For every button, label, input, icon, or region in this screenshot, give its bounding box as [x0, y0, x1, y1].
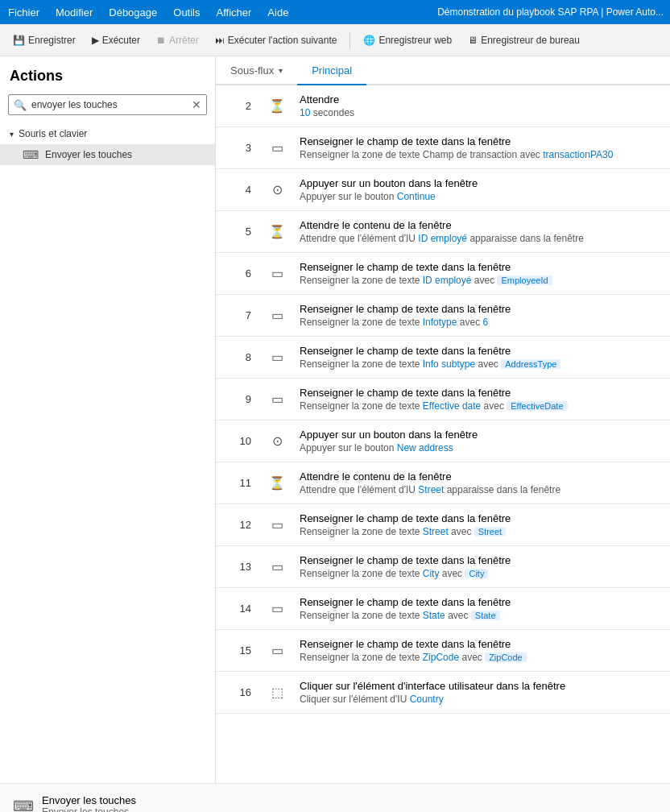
search-input[interactable] — [31, 99, 192, 110]
step-content: Renseigner le champ de texte dans la fen… — [290, 295, 670, 336]
step-title: Renseigner le champ de texte dans la fen… — [300, 303, 660, 315]
step-title: Appuyer sur un bouton dans la fenêtre — [300, 177, 660, 189]
click-icon: ⬚ — [264, 672, 290, 713]
bottom-bar: ⌨ Envoyer les touches Envoyer les touche… — [0, 783, 670, 812]
next-icon: ⏭ — [215, 35, 225, 46]
step-desc: Renseigner la zone de texte Effective da… — [300, 400, 660, 412]
step-number: 14 — [216, 588, 264, 629]
search-box[interactable]: 🔍 ✕ — [8, 94, 207, 115]
step-title: Renseigner le champ de texte dans la fen… — [300, 596, 660, 608]
step-row-11[interactable]: 11⏳Attendre le contenu de la fenêtreAtte… — [216, 462, 670, 504]
toolbar: 💾 Enregistrer ▶ Exécuter ⏹ Arrêter ⏭ Exé… — [0, 24, 670, 56]
save-button[interactable]: 💾 Enregistrer — [6, 31, 82, 49]
sidebar-item-label: Envoyer les touches — [45, 149, 132, 160]
step-content: Renseigner le champ de texte dans la fen… — [290, 127, 670, 168]
steps-list: 2⏳Attendre 10 secondes3▭Renseigner le ch… — [216, 85, 670, 783]
stop-button[interactable]: ⏹ Arrêter — [150, 31, 205, 49]
step-desc: Renseigner la zone de texte Infotype ave… — [300, 317, 660, 328]
step-title: Renseigner le champ de texte dans la fen… — [300, 261, 660, 273]
step-number: 16 — [216, 672, 264, 713]
textbox-icon: ▭ — [264, 546, 290, 587]
step-desc: Renseigner la zone de texte State avec S… — [300, 610, 660, 621]
step-row-13[interactable]: 13▭Renseigner le champ de texte dans la … — [216, 546, 670, 588]
step-number: 12 — [216, 504, 264, 545]
textbox-icon: ▭ — [264, 588, 290, 629]
step-content: Renseigner le champ de texte dans la fen… — [290, 253, 670, 294]
step-row-14[interactable]: 14▭Renseigner le champ de texte dans la … — [216, 588, 670, 630]
play-icon: ▶ — [92, 35, 99, 46]
web-recorder-button[interactable]: 🌐 Enregistreur web — [357, 31, 458, 49]
textbox-icon: ▭ — [264, 379, 290, 420]
step-row-15[interactable]: 15▭Renseigner le champ de texte dans la … — [216, 630, 670, 672]
menu-fichier[interactable]: Fichier — [6, 3, 41, 22]
tabs-bar: Sous-flux ▾ Principal — [216, 56, 670, 85]
step-desc: Appuyer sur le bouton Continue — [300, 191, 660, 202]
step-row-10[interactable]: 10⊙Appuyer sur un bouton dans la fenêtre… — [216, 420, 670, 462]
textbox-icon: ▭ — [264, 295, 290, 336]
step-number: 13 — [216, 546, 264, 587]
step-row-2[interactable]: 2⏳Attendre 10 secondes — [216, 85, 670, 127]
menu-outils[interactable]: Outils — [172, 3, 201, 22]
web-icon: 🌐 — [363, 35, 375, 46]
stop-icon: ⏹ — [156, 35, 166, 46]
bottom-bar-text: Envoyer les touches Envoyer les touches — [42, 794, 136, 812]
chevron-down-icon: ▾ — [279, 66, 283, 75]
menu-bar: Fichier Modifier Débogage Outils Affiche… — [0, 0, 670, 24]
step-desc: Renseigner la zone de texte Champ de tra… — [300, 149, 660, 160]
sidebar-title: Actions — [0, 56, 215, 91]
step-content: Attendre 10 secondes — [290, 85, 670, 126]
step-row-16[interactable]: 16⬚Cliquer sur l'élément d'interface uti… — [216, 672, 670, 714]
step-title: Renseigner le champ de texte dans la fen… — [300, 554, 660, 566]
step-row-12[interactable]: 12▭Renseigner le champ de texte dans la … — [216, 504, 670, 546]
step-row-5[interactable]: 5⏳Attendre le contenu de la fenêtreAtten… — [216, 211, 670, 253]
sidebar-section-keyboard[interactable]: ▾ Souris et clavier — [0, 123, 215, 144]
step-desc: Attendre que l'élément d'IU ID employé a… — [300, 233, 660, 244]
button-icon: ⊙ — [264, 169, 290, 210]
button-icon: ⊙ — [264, 420, 290, 462]
step-title: Renseigner le champ de texte dans la fen… — [300, 387, 660, 399]
desktop-recorder-button[interactable]: 🖥 Enregistreur de bureau — [461, 31, 586, 49]
sidebar-item-envoyer[interactable]: ⌨ Envoyer les touches — [0, 144, 215, 165]
menu-aide[interactable]: Aide — [266, 3, 290, 22]
next-action-button[interactable]: ⏭ Exécuter l'action suivante — [209, 31, 344, 49]
step-row-4[interactable]: 4⊙Appuyer sur un bouton dans la fenêtreA… — [216, 169, 670, 211]
step-row-7[interactable]: 7▭Renseigner le champ de texte dans la f… — [216, 295, 670, 337]
step-row-3[interactable]: 3▭Renseigner le champ de texte dans la f… — [216, 127, 670, 169]
menu-debogage[interactable]: Débogage — [107, 3, 159, 22]
step-number: 15 — [216, 630, 264, 671]
step-row-9[interactable]: 9▭Renseigner le champ de texte dans la f… — [216, 379, 670, 420]
step-desc: Renseigner la zone de texte City avec Ci… — [300, 568, 660, 579]
step-title: Cliquer sur l'élément d'interface utilis… — [300, 680, 660, 692]
step-content: Appuyer sur un bouton dans la fenêtreApp… — [290, 420, 670, 462]
step-title: Attendre le contenu de la fenêtre — [300, 219, 660, 231]
textbox-icon: ▭ — [264, 504, 290, 545]
step-desc: Attendre que l'élément d'IU Street appar… — [300, 484, 660, 495]
step-content: Renseigner le champ de texte dans la fen… — [290, 630, 670, 671]
step-number: 8 — [216, 337, 264, 378]
step-number: 10 — [216, 420, 264, 462]
menu-afficher[interactable]: Afficher — [215, 3, 254, 22]
step-number: 3 — [216, 127, 264, 168]
keyboard-icon: ⌨ — [23, 148, 39, 161]
step-content: Renseigner le champ de texte dans la fen… — [290, 504, 670, 545]
step-number: 7 — [216, 295, 264, 336]
tab-principal[interactable]: Principal — [297, 56, 366, 85]
step-title: Renseigner le champ de texte dans la fen… — [300, 512, 660, 524]
step-row-8[interactable]: 8▭Renseigner le champ de texte dans la f… — [216, 337, 670, 379]
search-icon: 🔍 — [14, 99, 27, 111]
step-title: Renseigner le champ de texte dans la fen… — [300, 135, 660, 147]
toolbar-separator — [349, 31, 350, 49]
keyboard-icon: ⌨ — [13, 798, 34, 813]
clear-search-icon[interactable]: ✕ — [192, 98, 201, 111]
textbox-icon: ▭ — [264, 127, 290, 168]
step-desc: Appuyer sur le bouton New address — [300, 442, 660, 454]
step-row-6[interactable]: 6▭Renseigner le champ de texte dans la f… — [216, 253, 670, 295]
step-title: Attendre — [300, 93, 660, 106]
step-content: Renseigner le champ de texte dans la fen… — [290, 379, 670, 420]
tab-sous-flux[interactable]: Sous-flux ▾ — [216, 56, 297, 85]
step-content: Attendre le contenu de la fenêtreAttendr… — [290, 211, 670, 252]
execute-button[interactable]: ▶ Exécuter — [85, 31, 147, 49]
menu-modifier[interactable]: Modifier — [54, 3, 94, 22]
step-number: 2 — [216, 85, 264, 126]
step-number: 9 — [216, 379, 264, 420]
